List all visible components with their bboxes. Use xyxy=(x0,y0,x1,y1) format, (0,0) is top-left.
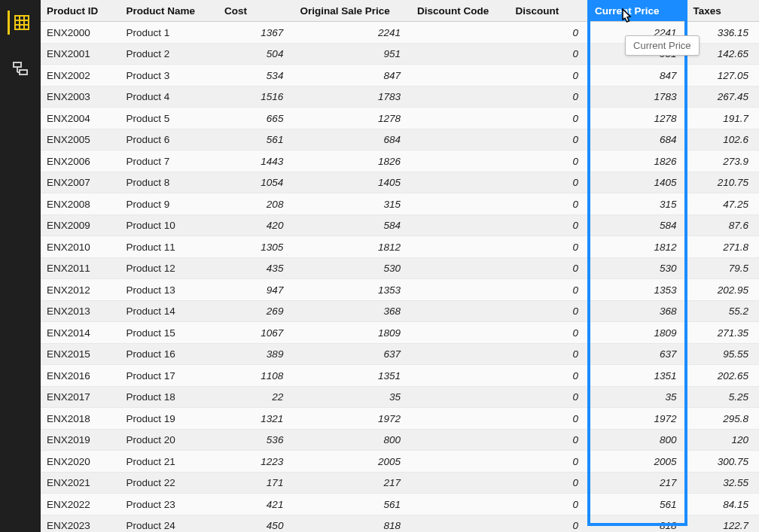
cell-product-id[interactable]: ENX2002 xyxy=(41,65,120,87)
cell-discount[interactable]: 0 xyxy=(510,429,589,451)
table-row[interactable]: ENX2007Product 81054140501405210.75 xyxy=(41,172,759,193)
cell-product-id[interactable]: ENX2008 xyxy=(41,193,120,215)
cell-product-id[interactable]: ENX2013 xyxy=(41,300,120,322)
cell-orig-price[interactable]: 684 xyxy=(294,129,411,150)
cell-product-id[interactable]: ENX2021 xyxy=(41,472,120,494)
cell-current-price[interactable]: 1783 xyxy=(589,86,687,108)
cell-cost[interactable]: 1067 xyxy=(218,322,294,344)
cell-product-name[interactable]: Product 20 xyxy=(120,429,218,451)
table-row[interactable]: ENX2003Product 41516178301783267.45 xyxy=(41,86,759,108)
cell-cost[interactable]: 534 xyxy=(218,65,294,87)
table-row[interactable]: ENX2011Product 12435530053079.5 xyxy=(41,257,759,279)
cell-discount[interactable]: 0 xyxy=(510,300,589,322)
cell-product-name[interactable]: Product 18 xyxy=(120,386,218,408)
cell-product-id[interactable]: ENX2006 xyxy=(41,150,120,172)
cell-taxes[interactable]: 47.25 xyxy=(687,193,759,215)
cell-orig-price[interactable]: 368 xyxy=(294,300,411,322)
cell-product-id[interactable]: ENX2016 xyxy=(41,365,120,387)
cell-product-id[interactable]: ENX2023 xyxy=(41,515,120,532)
cell-current-price[interactable]: 1809 xyxy=(589,322,687,344)
table-row[interactable]: ENX2010Product 111305181201812271.8 xyxy=(41,236,759,258)
cell-product-name[interactable]: Product 16 xyxy=(120,343,218,365)
cell-discount[interactable]: 0 xyxy=(510,322,589,344)
cell-orig-price[interactable]: 2241 xyxy=(294,22,411,44)
cell-orig-price[interactable]: 1405 xyxy=(294,172,411,193)
cell-disc-code[interactable] xyxy=(411,343,510,365)
cell-current-price[interactable]: 1405 xyxy=(589,172,687,193)
cell-orig-price[interactable]: 1783 xyxy=(294,86,411,108)
cell-product-name[interactable]: Product 2 xyxy=(120,43,218,65)
cell-product-id[interactable]: ENX2011 xyxy=(41,257,120,279)
cell-disc-code[interactable] xyxy=(411,300,510,322)
table-row[interactable]: ENX2008Product 9208315031547.25 xyxy=(41,193,759,215)
cell-current-price[interactable]: 217 xyxy=(589,472,687,494)
cell-disc-code[interactable] xyxy=(411,214,510,236)
cell-orig-price[interactable]: 847 xyxy=(294,65,411,87)
cell-product-name[interactable]: Product 13 xyxy=(120,279,218,301)
table-row[interactable]: ENX2002Product 35348470847127.05 xyxy=(41,65,759,87)
cell-cost[interactable]: 269 xyxy=(218,300,294,322)
cell-product-name[interactable]: Product 8 xyxy=(120,172,218,193)
cell-product-name[interactable]: Product 17 xyxy=(120,365,218,387)
cell-taxes[interactable]: 32.55 xyxy=(687,472,759,494)
cell-product-id[interactable]: ENX2019 xyxy=(41,429,120,451)
cell-product-id[interactable]: ENX2001 xyxy=(41,43,120,65)
table-row[interactable]: ENX2017Product 1822350355.25 xyxy=(41,386,759,408)
cell-product-name[interactable]: Product 23 xyxy=(120,494,218,515)
cell-taxes[interactable]: 271.8 xyxy=(687,236,759,258)
cell-orig-price[interactable]: 584 xyxy=(294,214,411,236)
cell-taxes[interactable]: 295.8 xyxy=(687,408,759,430)
table-row[interactable]: ENX2012Product 13947135301353202.95 xyxy=(41,279,759,301)
cell-taxes[interactable]: 5.25 xyxy=(687,386,759,408)
cell-taxes[interactable]: 79.5 xyxy=(687,257,759,279)
cell-disc-code[interactable] xyxy=(411,86,510,108)
cell-taxes[interactable]: 87.6 xyxy=(687,214,759,236)
cell-current-price[interactable]: 315 xyxy=(589,193,687,215)
cell-product-name[interactable]: Product 22 xyxy=(120,472,218,494)
col-header-cost[interactable]: Cost xyxy=(218,0,294,22)
cell-disc-code[interactable] xyxy=(411,472,510,494)
table-row[interactable]: ENX2020Product 211223200502005300.75 xyxy=(41,451,759,473)
data-grid[interactable]: Product ID Product Name Cost Original Sa… xyxy=(41,0,759,532)
cell-disc-code[interactable] xyxy=(411,108,510,129)
cell-product-id[interactable]: ENX2020 xyxy=(41,451,120,473)
cell-orig-price[interactable]: 1278 xyxy=(294,108,411,129)
col-header-product-id[interactable]: Product ID xyxy=(41,0,120,22)
cell-product-name[interactable]: Product 12 xyxy=(120,257,218,279)
table-row[interactable]: ENX2021Product 22171217021732.55 xyxy=(41,472,759,494)
cell-product-id[interactable]: ENX2014 xyxy=(41,322,120,344)
cell-discount[interactable]: 0 xyxy=(510,172,589,193)
table-row[interactable]: ENX2013Product 14269368036855.2 xyxy=(41,300,759,322)
col-header-current-price[interactable]: Current Price xyxy=(589,0,687,22)
cell-taxes[interactable]: 122.7 xyxy=(687,515,759,532)
table-row[interactable]: ENX2018Product 191321197201972295.8 xyxy=(41,408,759,430)
cell-product-id[interactable]: ENX2009 xyxy=(41,214,120,236)
cell-orig-price[interactable]: 818 xyxy=(294,515,411,532)
cell-current-price[interactable]: 800 xyxy=(589,429,687,451)
table-row[interactable]: ENX2015Product 16389637063795.55 xyxy=(41,343,759,365)
cell-discount[interactable]: 0 xyxy=(510,494,589,515)
cell-current-price[interactable]: 1278 xyxy=(589,108,687,129)
cell-product-name[interactable]: Product 24 xyxy=(120,515,218,532)
cell-discount[interactable]: 0 xyxy=(510,43,589,65)
cell-cost[interactable]: 1321 xyxy=(218,408,294,430)
cell-taxes[interactable]: 202.95 xyxy=(687,279,759,301)
cell-disc-code[interactable] xyxy=(411,386,510,408)
cell-current-price[interactable]: 2005 xyxy=(589,451,687,473)
cell-cost[interactable]: 1223 xyxy=(218,451,294,473)
cell-product-id[interactable]: ENX2010 xyxy=(41,236,120,258)
cell-product-id[interactable]: ENX2000 xyxy=(41,22,120,44)
cell-orig-price[interactable]: 530 xyxy=(294,257,411,279)
cell-cost[interactable]: 1516 xyxy=(218,86,294,108)
table-row[interactable]: ENX2016Product 171108135101351202.65 xyxy=(41,365,759,387)
cell-current-price[interactable]: 1351 xyxy=(589,365,687,387)
cell-taxes[interactable]: 191.7 xyxy=(687,108,759,129)
cell-cost[interactable]: 504 xyxy=(218,43,294,65)
cell-disc-code[interactable] xyxy=(411,279,510,301)
cell-cost[interactable]: 389 xyxy=(218,343,294,365)
cell-cost[interactable]: 435 xyxy=(218,257,294,279)
cell-current-price[interactable]: 1353 xyxy=(589,279,687,301)
cell-taxes[interactable]: 95.55 xyxy=(687,343,759,365)
cell-orig-price[interactable]: 1826 xyxy=(294,150,411,172)
cell-cost[interactable]: 22 xyxy=(218,386,294,408)
